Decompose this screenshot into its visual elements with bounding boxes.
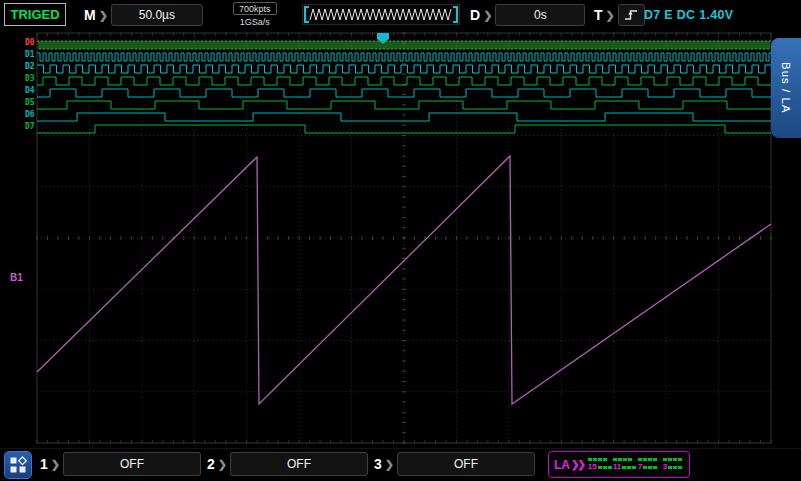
trigger-status-badge: TRIGED [4,3,66,26]
oscilloscope-screen: D0D1D2D3D4D5D6D7 B1 TRIGED M ❯ 50.0µs 70… [0,0,801,481]
chevron-icon: ❯ [218,458,227,471]
la-bit-square [668,466,672,469]
la-bit-row-top [588,458,688,461]
channel-2-menu[interactable]: 2 ❯ OFF [207,452,368,476]
tab-bus-la[interactable]: Bus / LA [771,38,801,138]
trigger-control[interactable]: T ❯ [594,4,645,26]
memory-depth: 700kpts [233,2,277,15]
la-bit-square [663,458,667,461]
la-bit-square [678,458,682,461]
channel-2-number: 2 [207,456,215,472]
preview-left-bracket-icon [304,6,309,23]
la-bit-square [643,458,647,461]
la-bit-group: 3 [663,463,688,471]
trigger-source-info: D7 E DC 1.40V [644,4,733,26]
channel-label-d2: D2 [25,62,35,71]
channel-3-number: 3 [374,456,382,472]
channel-label-d1: D1 [25,50,35,59]
la-bit-number: 15 [588,463,597,471]
la-bit-indicators: 151173 [588,458,688,471]
la-bit-square [608,466,612,469]
la-bit-square [673,458,677,461]
sample-rate: 1GSa/s [233,15,277,28]
preview-waveform [308,5,454,24]
channel-label-d0: D0 [25,38,35,47]
channel-1-number: 1 [40,456,48,472]
la-bit-square [598,466,602,469]
la-bit-square [588,458,592,461]
la-bit-square [623,458,627,461]
chevron-icon: ❯ [51,458,60,471]
channel-3-menu[interactable]: 3 ❯ OFF [374,452,535,476]
la-bit-group [663,458,688,461]
channel-label-d6: D6 [25,110,35,119]
channel-1-state: OFF [63,452,201,476]
la-bit-square [648,458,652,461]
chevron-icon: ❯ [606,9,615,22]
waveform-display [0,0,801,481]
app-grid-icon [9,456,27,474]
delay-key: D [470,7,480,23]
la-bit-group [588,458,613,461]
double-chevron-icon: ❯❯ [571,459,584,470]
la-bit-square [603,466,607,469]
channel-2-state: OFF [230,452,368,476]
la-bit-number: 3 [663,463,667,471]
channel-label-d5: D5 [25,98,35,107]
trigger-edge-box [618,4,645,26]
la-bit-square [613,458,617,461]
la-bit-square [673,466,677,469]
horizontal-preview[interactable] [302,4,460,25]
bus-b1-label: B1 [10,272,23,283]
la-bit-square [638,458,642,461]
la-bit-square [627,466,631,469]
channel-label-d7: D7 [25,122,35,131]
bottom-menu-bar: 1 ❯ OFF 2 ❯ OFF 3 ❯ OFF LA ❯❯ 151173 [0,448,801,481]
channel-3-state: OFF [397,452,535,476]
status-bar: TRIGED M ❯ 50.0µs 700kpts 1GSa/s D ❯ 0s … [0,0,801,30]
la-bit-group [613,458,638,461]
la-bit-square [653,466,657,469]
la-bit-group: 7 [638,463,663,471]
chevron-icon: ❯ [99,9,108,22]
channel-label-d4: D4 [25,86,35,95]
la-bit-square [632,466,636,469]
la-bit-square [618,458,622,461]
timebase-control[interactable]: M ❯ 50.0µs [84,4,203,26]
la-bit-square [628,458,632,461]
logic-analyzer-menu[interactable]: LA ❯❯ 151173 [548,451,690,478]
preview-right-bracket-icon [453,6,458,23]
la-bit-square [678,466,682,469]
la-bit-row-bottom: 151173 [588,463,688,471]
channel-1-menu[interactable]: 1 ❯ OFF [40,452,201,476]
trigger-key: T [594,7,603,23]
channel-label-d3: D3 [25,74,35,83]
chevron-icon: ❯ [385,458,394,471]
la-bit-group [638,458,663,461]
la-bit-group: 11 [613,463,638,471]
tab-bus-la-label: Bus / LA [780,62,792,113]
acquisition-info: 700kpts 1GSa/s [233,2,277,28]
timebase-key: M [84,7,96,23]
la-bit-square [622,466,626,469]
delay-control[interactable]: D ❯ 0s [470,4,585,26]
delay-value: 0s [495,4,585,26]
la-bit-square [643,466,647,469]
la-bit-number: 7 [638,463,642,471]
la-bit-group: 15 [588,463,613,471]
la-bit-square [653,458,657,461]
timebase-value: 50.0µs [111,4,203,26]
la-bit-square [603,458,607,461]
rising-edge-icon [623,8,639,22]
la-bit-number: 11 [613,463,621,471]
la-label: LA [554,458,570,472]
chevron-icon: ❯ [483,9,492,22]
la-bit-square [593,458,597,461]
la-bit-square [648,466,652,469]
la-bit-square [668,458,672,461]
la-bit-square [598,458,602,461]
menu-button[interactable] [4,451,32,479]
